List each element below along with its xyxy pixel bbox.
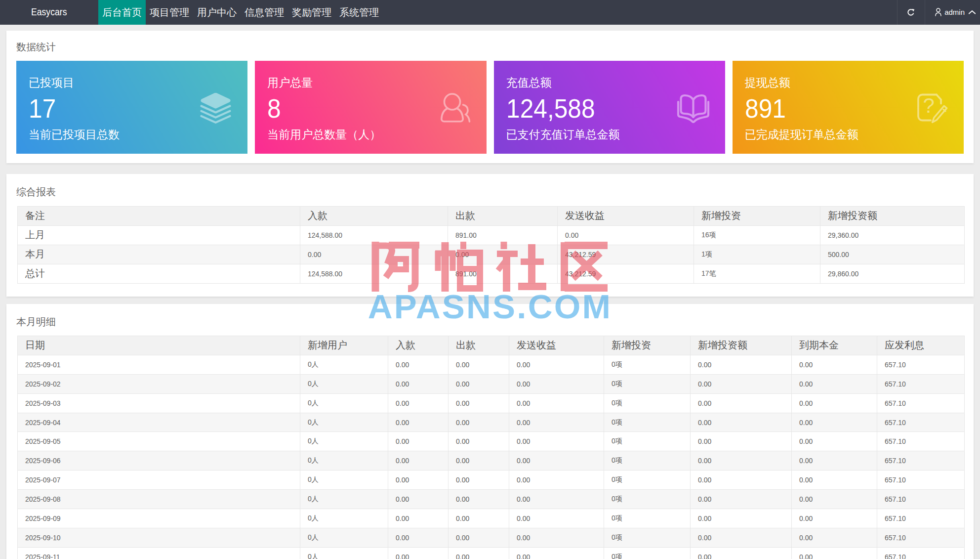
svg-text:?: ? bbox=[923, 94, 935, 117]
